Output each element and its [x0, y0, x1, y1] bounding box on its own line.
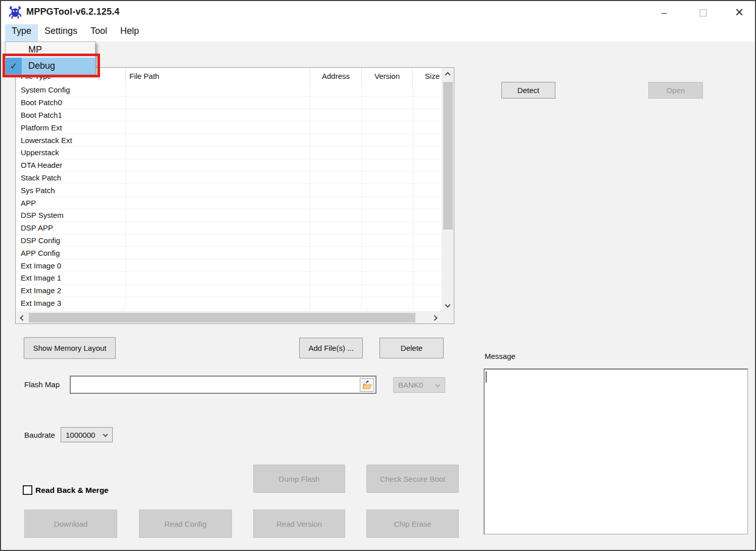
empty-cell	[310, 272, 362, 285]
table-row[interactable]: APP Config	[16, 247, 442, 259]
baudrate-label: Baudrate	[24, 431, 55, 439]
table-row[interactable]: OTA Header	[16, 159, 442, 172]
horizontal-scroll-thumb[interactable]	[29, 313, 415, 323]
menu-bar: Type Settings Tool Help	[1, 24, 755, 41]
empty-cell	[126, 272, 310, 285]
file-type-cell: Ext Image 1	[16, 272, 126, 285]
table-row[interactable]: Sys Patch	[16, 184, 442, 197]
empty-cell	[413, 222, 442, 235]
flash-map-label: Flash Map	[24, 380, 60, 389]
empty-cell	[362, 134, 413, 147]
empty-cell	[362, 197, 413, 209]
table-row[interactable]: Lowerstack Ext	[16, 134, 442, 147]
empty-cell	[413, 159, 442, 172]
file-type-cell: OTA Header	[16, 159, 126, 172]
scroll-down-icon[interactable]	[442, 299, 454, 311]
empty-cell	[126, 172, 310, 185]
message-textarea[interactable]	[484, 369, 748, 534]
empty-cell	[362, 97, 413, 109]
table-row[interactable]: Boot Patch1	[16, 109, 442, 122]
scroll-left-icon[interactable]	[16, 312, 28, 324]
scroll-right-icon[interactable]	[430, 312, 442, 324]
table-row[interactable]: APP	[16, 197, 442, 209]
scroll-up-icon[interactable]	[442, 68, 454, 80]
menu-item-debug[interactable]: ✓ Debug	[6, 58, 95, 74]
empty-cell	[413, 259, 442, 272]
table-row[interactable]: Ext Image 2	[16, 285, 442, 297]
dump-flash-button: Dump Flash	[253, 465, 345, 493]
empty-cell	[413, 184, 442, 197]
file-type-cell: APP	[16, 197, 126, 209]
text-caret	[486, 372, 487, 383]
empty-cell	[310, 159, 362, 172]
maximize-icon[interactable]	[695, 5, 711, 20]
file-type-cell: Lowerstack Ext	[16, 134, 126, 147]
empty-cell	[126, 247, 310, 259]
table-row[interactable]: Stack Patch	[16, 172, 442, 185]
file-type-cell: Platform Ext	[16, 121, 126, 134]
open-button: Open	[648, 82, 703, 99]
empty-cell	[310, 109, 362, 122]
detect-button[interactable]: Detect	[501, 82, 555, 99]
empty-cell	[310, 297, 362, 310]
empty-cell	[126, 109, 310, 122]
browse-button[interactable]	[360, 378, 374, 392]
table-row[interactable]: DSP APP	[16, 222, 442, 235]
empty-cell	[310, 259, 362, 272]
show-memory-layout-button[interactable]: Show Memory Layout	[24, 337, 116, 359]
table-row[interactable]: System Config	[16, 84, 442, 97]
file-type-cell: Stack Patch	[16, 172, 126, 185]
table-row[interactable]: DSP System	[16, 209, 442, 222]
empty-cell	[126, 285, 310, 297]
menu-settings[interactable]: Settings	[38, 24, 84, 41]
file-type-cell: Ext Image 2	[16, 285, 126, 297]
minimize-icon[interactable]: –	[656, 5, 672, 20]
empty-cell	[126, 184, 310, 197]
add-files-button[interactable]: Add File(s) ...	[299, 338, 363, 358]
empty-cell	[413, 235, 442, 247]
baudrate-select[interactable]: 1000000	[61, 427, 113, 442]
empty-cell	[413, 147, 442, 159]
horizontal-scrollbar[interactable]	[16, 311, 442, 324]
table-row[interactable]: Ext Image 1	[16, 272, 442, 285]
file-type-cell: Ext Image 3	[16, 297, 126, 310]
empty-cell	[362, 297, 413, 310]
menu-item-mp[interactable]: MP	[6, 42, 95, 58]
vertical-scroll-thumb[interactable]	[443, 82, 453, 229]
table-row[interactable]: Upperstack	[16, 147, 442, 159]
empty-cell	[126, 84, 310, 97]
menu-type[interactable]: Type	[5, 24, 38, 41]
table-row[interactable]: Boot Patch0	[16, 97, 442, 109]
table-row[interactable]: Platform Ext	[16, 121, 442, 134]
table-row[interactable]: DSP Config	[16, 235, 442, 247]
check-secure-boot-button: Check Secure Boot	[366, 465, 459, 493]
empty-cell	[362, 285, 413, 297]
empty-cell	[413, 84, 442, 97]
file-type-cell: DSP APP	[16, 222, 126, 235]
read-back-merge-option[interactable]: Read Back & Merge	[23, 485, 109, 495]
empty-cell	[310, 147, 362, 159]
vertical-scrollbar[interactable]	[442, 68, 454, 311]
table-row[interactable]: Ext Image 3	[16, 297, 442, 310]
read-back-merge-label: Read Back & Merge	[35, 486, 109, 495]
empty-cell	[413, 109, 442, 122]
flash-map-input[interactable]	[70, 376, 376, 394]
file-type-cell: Ext Image 0	[16, 259, 126, 272]
chevron-down-icon	[436, 383, 441, 388]
empty-cell	[362, 184, 413, 197]
close-icon[interactable]: ✕	[732, 5, 747, 20]
empty-cell	[126, 147, 310, 159]
empty-cell	[126, 209, 310, 222]
scrollbar-corner	[442, 311, 454, 324]
table-row[interactable]: Ext Image 0	[16, 259, 442, 272]
menu-tool[interactable]: Tool	[84, 24, 114, 41]
file-table-body: System ConfigBoot Patch0Boot Patch1Platf…	[16, 84, 442, 309]
file-type-cell: DSP System	[16, 209, 126, 222]
menu-help[interactable]: Help	[114, 24, 146, 41]
app-icon	[8, 6, 22, 20]
empty-cell	[362, 222, 413, 235]
read-back-merge-checkbox[interactable]	[23, 485, 32, 495]
empty-cell	[413, 272, 442, 285]
empty-cell	[413, 134, 442, 147]
delete-button[interactable]: Delete	[380, 338, 444, 358]
